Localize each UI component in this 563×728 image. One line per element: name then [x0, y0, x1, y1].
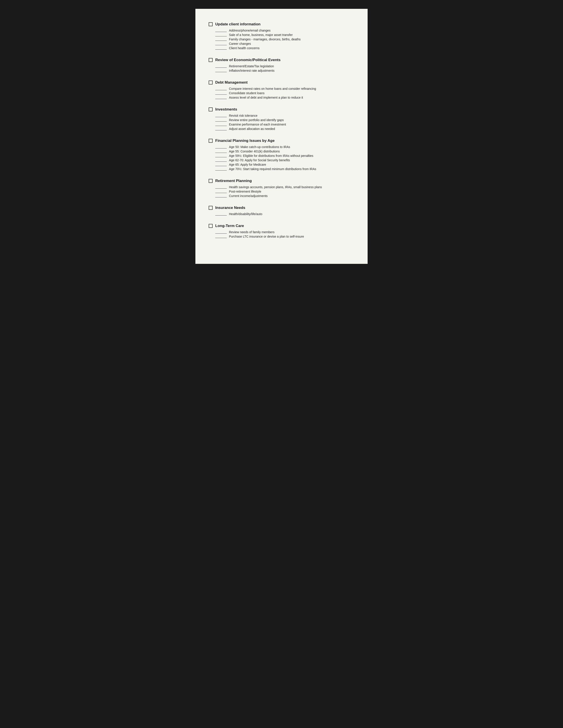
item-text: Age 50: Make catch-up contributions to I…	[229, 145, 290, 149]
list-item: Age 59½: Eligible for distributions from…	[215, 154, 354, 158]
list-item: Family changes - marriages, divorces, bi…	[215, 38, 354, 41]
section-update-client-info: Update client informationAddress/phone/e…	[209, 22, 354, 50]
checkbox-economic-political-events[interactable]	[209, 58, 212, 62]
list-item: Revisit risk tolerance	[215, 114, 354, 117]
section-insurance-needs: Insurance NeedsHealth/disability/life/au…	[209, 206, 354, 216]
line-blank	[215, 186, 227, 189]
section-financial-planning-issues-by-age: Financial Planning Issues by AgeAge 50: …	[209, 139, 354, 171]
checkbox-investments[interactable]	[209, 107, 212, 111]
section-long-term-care: Long-Term CareReview needs of family mem…	[209, 224, 354, 238]
items-list-long-term-care: Review needs of family membersPurchase L…	[215, 230, 354, 238]
items-list-update-client-info: Address/phone/email changesSale of a hom…	[215, 29, 354, 50]
section-title-update-client-info: Update client information	[215, 22, 260, 26]
section-debt-management: Debt ManagementCompare interest rates on…	[209, 80, 354, 99]
line-blank	[215, 154, 227, 157]
item-text: Compare interest rates on home loans and…	[229, 87, 316, 90]
line-blank	[215, 42, 227, 45]
list-item: Assess level of debt and implement a pla…	[215, 96, 354, 99]
item-text: Purchase LTC insurance or devise a plan …	[229, 235, 304, 238]
item-text: Inflation/interest rate adjustments	[229, 69, 274, 72]
item-text: Health savings accounts, pension plans, …	[229, 185, 322, 189]
items-list-financial-planning-issues-by-age: Age 50: Make catch-up contributions to I…	[215, 145, 354, 171]
section-header-economic-political-events: Review of Economic/Political Events	[209, 58, 354, 62]
list-item: Examine performance of each investment	[215, 123, 354, 126]
line-blank	[215, 96, 227, 99]
section-header-financial-planning-issues-by-age: Financial Planning Issues by Age	[209, 139, 354, 143]
line-blank	[215, 163, 227, 166]
line-blank	[215, 127, 227, 130]
list-item: Post-retirement lifestyle	[215, 190, 354, 193]
item-text: Age 62-70: Apply for Social Security ben…	[229, 158, 290, 162]
item-text: Review entire portfolio and identify gap…	[229, 118, 284, 122]
line-blank	[215, 114, 227, 117]
item-text: Health/disability/life/auto	[229, 212, 262, 216]
line-blank	[215, 231, 227, 234]
checkbox-retirement-planning[interactable]	[209, 179, 212, 183]
list-item: Purchase LTC insurance or devise a plan …	[215, 235, 354, 238]
line-blank	[215, 69, 227, 72]
list-item: Retirement/Estate/Tax legislation	[215, 64, 354, 68]
list-item: Inflation/interest rate adjustments	[215, 69, 354, 72]
section-economic-political-events: Review of Economic/Political EventsRetir…	[209, 58, 354, 72]
item-text: Sale of a home, business, major asset tr…	[229, 33, 293, 37]
item-text: Revisit risk tolerance	[229, 114, 257, 117]
item-text: Consolidate student loans	[229, 91, 264, 95]
item-text: Adjust asset allocation as needed	[229, 127, 275, 131]
checkbox-insurance-needs[interactable]	[209, 206, 212, 210]
list-item: Career changes	[215, 42, 354, 45]
page: Update client informationAddress/phone/e…	[195, 9, 368, 264]
section-title-debt-management: Debt Management	[215, 80, 247, 85]
section-header-long-term-care: Long-Term Care	[209, 224, 354, 228]
list-item: Health savings accounts, pension plans, …	[215, 185, 354, 189]
list-item: Age 65: Apply for Medicare	[215, 163, 354, 166]
section-header-investments: Investments	[209, 107, 354, 112]
checkbox-debt-management[interactable]	[209, 81, 212, 84]
list-item: Current income/adjustments	[215, 194, 354, 198]
line-blank	[215, 150, 227, 153]
item-text: Age 70½: Start taking required minimum d…	[229, 167, 316, 171]
items-list-insurance-needs: Health/disability/life/auto	[215, 212, 354, 216]
items-list-retirement-planning: Health savings accounts, pension plans, …	[215, 185, 354, 198]
list-item: Review entire portfolio and identify gap…	[215, 118, 354, 122]
list-item: Consolidate student loans	[215, 91, 354, 95]
line-blank	[215, 87, 227, 90]
list-item: Adjust asset allocation as needed	[215, 127, 354, 131]
line-blank	[215, 65, 227, 68]
line-blank	[215, 38, 227, 41]
checkbox-financial-planning-issues-by-age[interactable]	[209, 139, 212, 143]
item-text: Age 55: Consider 401(k) distributions	[229, 150, 280, 153]
item-text: Assess level of debt and implement a pla…	[229, 96, 303, 99]
list-item: Age 50: Make catch-up contributions to I…	[215, 145, 354, 149]
item-text: Age 59½: Eligible for distributions from…	[229, 154, 313, 158]
section-title-retirement-planning: Retirement Planning	[215, 179, 252, 183]
item-text: Retirement/Estate/Tax legislation	[229, 64, 274, 68]
line-blank	[215, 92, 227, 95]
item-text: Examine performance of each investment	[229, 123, 286, 126]
section-header-update-client-info: Update client information	[209, 22, 354, 26]
list-item: Health/disability/life/auto	[215, 212, 354, 216]
line-blank	[215, 47, 227, 50]
item-text: Current income/adjustments	[229, 194, 267, 198]
item-text: Age 65: Apply for Medicare	[229, 163, 266, 166]
line-blank	[215, 212, 227, 216]
item-text: Career changes	[229, 42, 251, 45]
section-title-economic-political-events: Review of Economic/Political Events	[215, 58, 280, 62]
line-blank	[215, 194, 227, 197]
list-item: Age 55: Consider 401(k) distributions	[215, 150, 354, 153]
item-text: Client health concerns	[229, 46, 259, 50]
item-text: Family changes - marriages, divorces, bi…	[229, 38, 301, 41]
list-item: Client health concerns	[215, 46, 354, 50]
section-header-insurance-needs: Insurance Needs	[209, 206, 354, 210]
section-title-investments: Investments	[215, 107, 237, 112]
checkbox-update-client-info[interactable]	[209, 22, 212, 26]
list-item: Age 62-70: Apply for Social Security ben…	[215, 158, 354, 162]
checkbox-long-term-care[interactable]	[209, 224, 212, 228]
line-blank	[215, 159, 227, 162]
section-header-debt-management: Debt Management	[209, 80, 354, 85]
list-item: Review needs of family members	[215, 230, 354, 234]
items-list-economic-political-events: Retirement/Estate/Tax legislationInflati…	[215, 64, 354, 72]
item-text: Address/phone/email changes	[229, 29, 270, 32]
list-item: Compare interest rates on home loans and…	[215, 87, 354, 90]
line-blank	[215, 33, 227, 36]
list-item: Age 70½: Start taking required minimum d…	[215, 167, 354, 171]
